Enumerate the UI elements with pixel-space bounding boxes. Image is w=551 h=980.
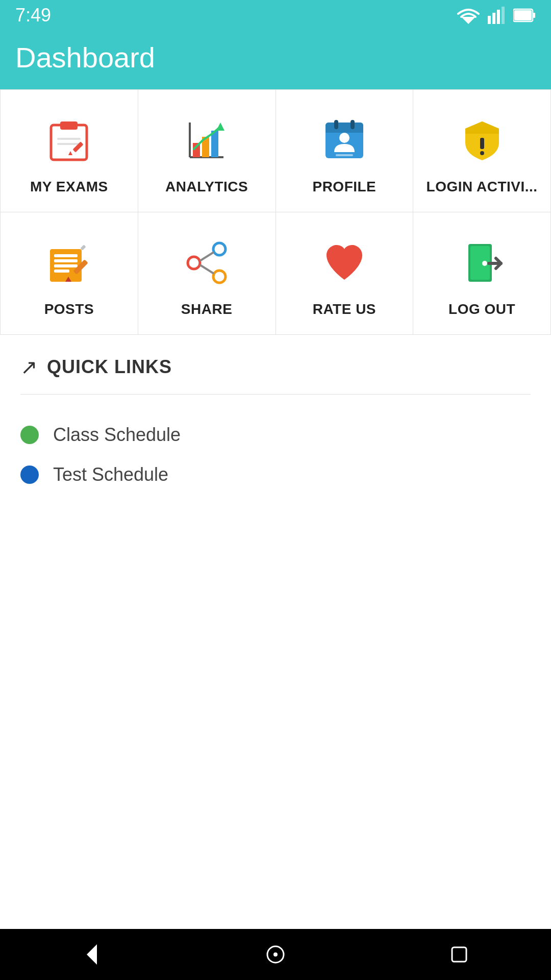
status-bar: 7:49 <box>0 0 551 31</box>
menu-label-log-out: LOG OUT <box>448 301 515 317</box>
svg-marker-48 <box>87 944 97 965</box>
nav-home-button[interactable] <box>255 934 296 975</box>
menu-label-analytics: ANALYTICS <box>165 179 248 195</box>
svg-point-50 <box>273 952 278 957</box>
menu-grid: MY EXAMS ANALYTICS <box>0 89 551 335</box>
quick-link-class-schedule[interactable]: Class Schedule <box>20 415 531 455</box>
menu-label-profile: PROFILE <box>312 179 376 195</box>
menu-item-posts[interactable]: POSTS <box>1 212 138 335</box>
svg-point-39 <box>188 257 200 269</box>
quick-links-title: QUICK LINKS <box>47 356 172 378</box>
svg-rect-3 <box>497 10 500 24</box>
menu-item-analytics[interactable]: ANALYTICS <box>138 90 276 212</box>
divider <box>20 394 531 395</box>
menu-label-rate-us: RATE US <box>313 301 376 317</box>
analytics-icon <box>179 112 235 168</box>
quick-link-test-schedule[interactable]: Test Schedule <box>20 455 531 495</box>
menu-item-share[interactable]: SHARE <box>138 212 276 335</box>
dot-green <box>20 426 39 444</box>
bottom-nav-bar <box>0 929 551 980</box>
svg-rect-2 <box>492 13 495 24</box>
nav-recents-button[interactable] <box>439 934 480 975</box>
svg-rect-32 <box>54 259 78 262</box>
menu-label-my-exams: MY EXAMS <box>30 179 108 195</box>
svg-point-40 <box>213 271 226 283</box>
menu-label-posts: POSTS <box>44 301 94 317</box>
svg-point-46 <box>482 261 487 266</box>
trend-icon: ↗ <box>20 355 38 379</box>
share-icon <box>179 235 235 291</box>
menu-label-login-activity: LOGIN ACTIVI... <box>427 179 538 195</box>
svg-rect-28 <box>480 138 484 149</box>
svg-rect-31 <box>54 254 78 257</box>
svg-rect-6 <box>533 13 535 18</box>
clipboard-icon <box>41 112 97 168</box>
svg-rect-51 <box>452 947 466 962</box>
posts-icon <box>41 235 97 291</box>
dot-blue <box>20 465 39 484</box>
svg-rect-7 <box>514 10 532 20</box>
svg-rect-1 <box>488 16 491 24</box>
logout-icon <box>454 235 510 291</box>
svg-rect-24 <box>334 120 338 129</box>
menu-item-profile[interactable]: PROFILE <box>276 90 414 212</box>
menu-item-my-exams[interactable]: MY EXAMS <box>1 90 138 212</box>
svg-point-26 <box>339 133 349 143</box>
menu-item-login-activity[interactable]: LOGIN ACTIVI... <box>413 90 551 212</box>
menu-label-share: SHARE <box>181 301 233 317</box>
svg-rect-33 <box>54 264 78 267</box>
profile-icon <box>316 112 372 168</box>
signal-icon <box>488 7 505 24</box>
app-header: Dashboard <box>0 31 551 89</box>
svg-line-41 <box>200 252 214 261</box>
svg-marker-20 <box>216 122 224 131</box>
battery-icon <box>513 8 536 22</box>
menu-item-rate-us[interactable]: RATE US <box>276 212 414 335</box>
wifi-icon <box>457 7 480 24</box>
nav-back-button[interactable] <box>71 934 112 975</box>
svg-marker-0 <box>461 17 475 24</box>
svg-rect-23 <box>325 129 363 133</box>
svg-point-29 <box>480 151 484 155</box>
menu-item-log-out[interactable]: LOG OUT <box>413 212 551 335</box>
svg-point-38 <box>213 243 226 255</box>
page-title: Dashboard <box>15 41 155 74</box>
svg-rect-25 <box>350 120 355 129</box>
svg-rect-34 <box>54 270 69 273</box>
status-icons <box>457 7 536 24</box>
status-time: 7:49 <box>15 5 51 26</box>
class-schedule-label: Class Schedule <box>53 424 181 446</box>
svg-rect-27 <box>336 154 353 156</box>
heart-icon <box>316 235 372 291</box>
svg-line-42 <box>200 265 214 274</box>
quick-links-header: ↗ QUICK LINKS <box>20 355 531 379</box>
svg-rect-9 <box>60 121 78 130</box>
shield-icon <box>454 112 510 168</box>
svg-rect-4 <box>502 7 505 24</box>
svg-rect-37 <box>81 244 86 250</box>
test-schedule-label: Test Schedule <box>53 464 168 485</box>
quick-links-section: ↗ QUICK LINKS Class Schedule Test Schedu… <box>0 335 551 495</box>
